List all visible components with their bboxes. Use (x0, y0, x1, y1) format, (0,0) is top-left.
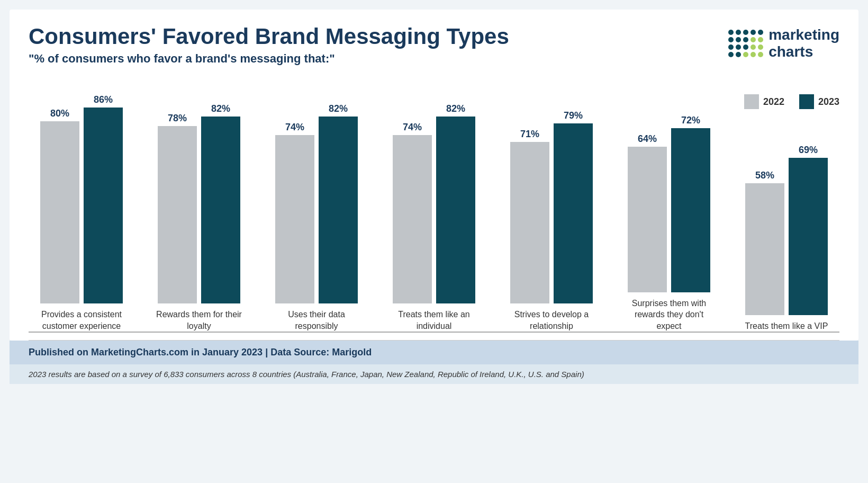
bar-2022 (393, 135, 432, 303)
bar-2022 (745, 183, 784, 315)
bars-row: 58%69% (734, 145, 839, 315)
bar-2023 (201, 117, 240, 303)
main-card: Consumers' Favored Brand Messaging Types… (10, 10, 858, 341)
bar-value-2022: 78% (168, 113, 187, 124)
bar-group: 78%82%Rewards them for their loyalty (146, 103, 252, 332)
bar-2022 (510, 142, 549, 303)
legend: 2022 2023 (744, 94, 839, 109)
bar-group: 80%86%Provides a consistent customer exp… (29, 94, 134, 332)
logo-dot (751, 52, 756, 57)
logo-dot (743, 44, 748, 50)
bar-group: 58%69%Treats them like a VIP (734, 145, 839, 332)
bar-value-2022: 58% (755, 170, 774, 181)
bars-container: 80%86%Provides a consistent customer exp… (29, 94, 839, 332)
bar-group: 64%72%Surprises them with rewards they d… (616, 115, 722, 332)
bar-label: Treats them like an individual (389, 309, 479, 332)
main-title: Consumers' Favored Brand Messaging Types (29, 24, 509, 49)
logo-block: marketing charts (728, 26, 839, 60)
bar-value-2022: 80% (50, 108, 69, 119)
logo-dots (728, 30, 763, 57)
bar-2022 (158, 126, 197, 303)
logo-dot (736, 52, 741, 57)
bar-label: Strives to develop a relationship (507, 309, 596, 332)
legend-item-2022: 2022 (744, 94, 784, 109)
bar-wrap-2023: 72% (671, 115, 710, 292)
bar-wrap-2023: 86% (84, 94, 123, 303)
bar-2023 (84, 108, 123, 303)
legend-label-2023: 2023 (818, 96, 839, 108)
logo-dot (751, 44, 756, 50)
header-row: Consumers' Favored Brand Messaging Types… (29, 24, 839, 66)
logo-dot (758, 52, 763, 57)
logo-text: marketing charts (768, 26, 839, 60)
title-block: Consumers' Favored Brand Messaging Types… (29, 24, 509, 66)
logo-dot (743, 52, 748, 57)
bars-row: 80%86% (29, 94, 134, 303)
bar-label: Provides a consistent customer experienc… (37, 309, 126, 332)
bar-wrap-2022: 80% (40, 108, 79, 303)
logo-dot (758, 44, 763, 50)
bar-wrap-2023: 82% (436, 103, 475, 303)
footer-primary: Published on MarketingCharts.com in Janu… (10, 341, 858, 364)
chart-wrapper: 2022 2023 80%86%Provides a consistent cu… (29, 94, 839, 333)
bar-group: 74%82%Uses their data responsibly (264, 103, 369, 332)
bar-wrap-2022: 58% (745, 170, 784, 315)
bar-2022 (40, 121, 79, 303)
logo-dot (728, 44, 734, 50)
logo-dot (728, 37, 734, 42)
bar-wrap-2023: 82% (201, 103, 240, 303)
logo-dot (736, 37, 741, 42)
bar-wrap-2023: 82% (319, 103, 358, 303)
bar-value-2023: 72% (681, 115, 700, 126)
logo-dot (743, 37, 748, 42)
bars-row: 78%82% (146, 103, 252, 303)
bar-value-2023: 82% (329, 103, 348, 114)
bar-value-2023: 82% (446, 103, 465, 114)
bar-group: 74%82%Treats them like an individual (381, 103, 487, 332)
bar-2022 (628, 147, 667, 292)
bars-row: 74%82% (381, 103, 487, 303)
bar-2023 (671, 128, 710, 292)
bar-value-2023: 69% (799, 145, 818, 156)
logo-dot (743, 30, 748, 35)
logo-dot (728, 30, 734, 35)
bar-wrap-2022: 74% (275, 122, 314, 303)
bar-wrap-2022: 71% (510, 129, 549, 303)
footer-secondary: 2023 results are based on a survey of 6,… (10, 364, 858, 384)
bar-wrap-2022: 64% (628, 133, 667, 292)
bar-value-2022: 74% (403, 122, 422, 133)
bar-wrap-2023: 69% (789, 145, 828, 315)
legend-label-2022: 2022 (763, 96, 784, 108)
bar-2022 (275, 135, 314, 303)
logo-dot (758, 30, 763, 35)
footer-block: Published on MarketingCharts.com in Janu… (10, 341, 858, 384)
logo-dot (736, 44, 741, 50)
bars-row: 74%82% (264, 103, 369, 303)
bar-value-2023: 79% (564, 110, 583, 121)
bar-label: Surprises them with rewards they don't e… (624, 298, 714, 332)
bar-value-2022: 71% (520, 129, 539, 140)
legend-box-2022 (744, 94, 759, 109)
legend-box-2023 (799, 94, 814, 109)
logo-dot (751, 30, 756, 35)
bar-label: Uses their data responsibly (272, 309, 361, 332)
bar-value-2023: 86% (94, 94, 113, 105)
bar-wrap-2022: 74% (393, 122, 432, 303)
bar-2023 (789, 158, 828, 315)
bar-wrap-2023: 79% (554, 110, 593, 303)
logo-dot (758, 37, 763, 42)
bars-row: 71%79% (499, 110, 604, 303)
bars-row: 64%72% (616, 115, 722, 292)
logo-dot (736, 30, 741, 35)
bar-value-2022: 64% (638, 133, 657, 145)
bar-value-2022: 74% (285, 122, 304, 133)
bar-label: Rewards them for their loyalty (154, 309, 244, 332)
bar-2023 (554, 123, 593, 303)
subtitle: "% of consumers who favor a brand's mess… (29, 52, 509, 66)
bar-wrap-2022: 78% (158, 113, 197, 303)
bar-label: Treats them like a VIP (745, 320, 828, 332)
bar-group: 71%79%Strives to develop a relationship (499, 110, 604, 332)
bar-2023 (436, 117, 475, 303)
bar-2023 (319, 117, 358, 303)
axis-line (29, 332, 839, 333)
